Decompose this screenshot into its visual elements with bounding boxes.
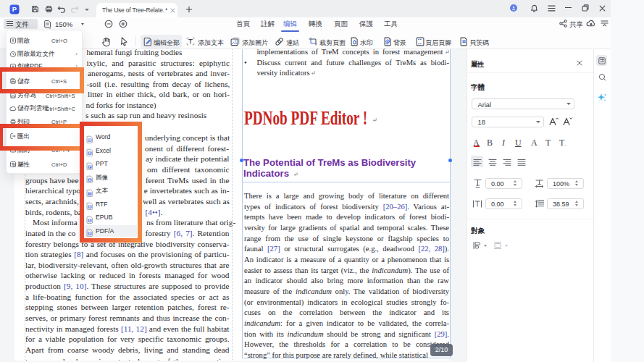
svg-text:P: P [12,5,17,13]
